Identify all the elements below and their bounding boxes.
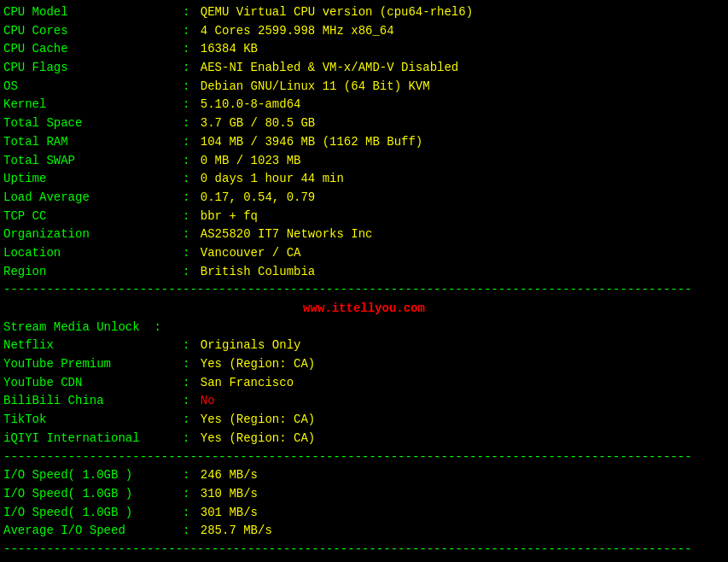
stream-row-2: YouTube CDN : San Francisco — [3, 374, 725, 393]
top-row-3: CPU Flags : AES-NI Enabled & VM-x/AMD-V … — [3, 59, 725, 78]
io-colon-3: : — [183, 522, 197, 541]
top-row-1: CPU Cores : 4 Cores 2599.998 MHz x86_64 — [3, 22, 725, 41]
top-value-14: British Columbia — [201, 263, 315, 282]
top-row-8: Total SWAP : 0 MB / 1023 MB — [3, 152, 725, 171]
top-label-13: Location — [3, 244, 183, 263]
top-row-0: CPU Model : QEMU Virtual CPU version (cp… — [3, 3, 725, 22]
io-label-0: I/O Speed( 1.0GB ) — [3, 466, 183, 485]
stream-label-4: TikTok — [3, 411, 183, 430]
geekbench-header-label: Geekbench v5 Test : — [3, 559, 183, 562]
stream-value-5: Yes (Region: CA) — [201, 430, 315, 448]
top-label-0: CPU Model — [3, 3, 183, 22]
stream-value-0: Originals Only — [201, 337, 301, 355]
top-value-0: QEMU Virtual CPU version (cpu64-rhel6) — [201, 3, 473, 22]
stream-colon-0: : — [183, 337, 197, 355]
top-row-2: CPU Cache : 16384 KB — [3, 40, 725, 59]
io-row-2: I/O Speed( 1.0GB ) : 301 MB/s — [3, 504, 725, 523]
io-colon-1: : — [183, 485, 197, 504]
top-colon-9: : — [183, 170, 197, 189]
top-row-7: Total RAM : 104 MB / 3946 MB (1162 MB Bu… — [3, 133, 725, 152]
top-value-5: 5.10.0-8-amd64 — [201, 96, 301, 114]
top-row-6: Total Space : 3.7 GB / 80.5 GB — [3, 114, 725, 133]
top-row-13: Location : Vancouver / CA — [3, 244, 725, 263]
io-value-0: 246 MB/s — [201, 466, 258, 485]
geekbench-header: Geekbench v5 Test : — [3, 559, 725, 562]
io-row-1: I/O Speed( 1.0GB ) : 310 MB/s — [3, 485, 725, 504]
watermark: www.ittellyou.com — [3, 300, 725, 319]
top-label-6: Total Space — [3, 114, 183, 133]
top-colon-7: : — [183, 133, 197, 152]
top-colon-4: : — [183, 78, 197, 97]
top-colon-11: : — [183, 208, 197, 226]
stream-row-5: iQIYI International : Yes (Region: CA) — [3, 430, 725, 448]
top-label-12: Organization — [3, 225, 183, 244]
top-row-14: Region : British Columbia — [3, 263, 725, 282]
stream-row-3: BiliBili China : No — [3, 392, 725, 411]
top-value-6: 3.7 GB / 80.5 GB — [201, 114, 315, 133]
top-value-8: 0 MB / 1023 MB — [201, 152, 301, 171]
top-value-11: bbr + fq — [201, 208, 258, 226]
io-row-3: Average I/O Speed : 285.7 MB/s — [3, 522, 725, 541]
top-colon-1: : — [183, 22, 197, 41]
stream-colon-4: : — [183, 411, 197, 430]
stream-row-4: TikTok : Yes (Region: CA) — [3, 411, 725, 430]
divider-3: ----------------------------------------… — [3, 541, 725, 559]
io-value-2: 301 MB/s — [201, 504, 258, 523]
io-value-1: 310 MB/s — [201, 485, 258, 504]
top-label-1: CPU Cores — [3, 22, 183, 41]
top-colon-6: : — [183, 114, 197, 133]
top-label-3: CPU Flags — [3, 59, 183, 78]
top-value-1: 4 Cores 2599.998 MHz x86_64 — [201, 22, 394, 41]
top-colon-13: : — [183, 244, 197, 263]
io-row-0: I/O Speed( 1.0GB ) : 246 MB/s — [3, 466, 725, 485]
top-colon-8: : — [183, 152, 197, 171]
top-colon-12: : — [183, 225, 197, 244]
io-label-3: Average I/O Speed — [3, 522, 183, 541]
top-label-8: Total SWAP — [3, 152, 183, 171]
top-label-7: Total RAM — [3, 133, 183, 152]
io-value-3: 285.7 MB/s — [201, 522, 272, 541]
top-colon-2: : — [183, 40, 197, 59]
stream-row-1: YouTube Premium : Yes (Region: CA) — [3, 355, 725, 374]
top-value-7: 104 MB / 3946 MB (1162 MB Buff) — [201, 133, 422, 152]
top-value-13: Vancouver / CA — [201, 244, 301, 263]
top-colon-14: : — [183, 263, 197, 282]
top-colon-5: : — [183, 96, 197, 114]
top-label-10: Load Average — [3, 189, 183, 208]
top-label-5: Kernel — [3, 96, 183, 114]
top-value-4: Debian GNU/Linux 11 (64 Bit) KVM — [201, 78, 430, 97]
stream-colon-3: : — [183, 392, 197, 411]
top-label-11: TCP CC — [3, 208, 183, 226]
stream-label-5: iQIYI International — [3, 430, 183, 448]
stream-row-0: Netflix : Originals Only — [3, 337, 725, 355]
stream-value-3: No — [201, 392, 215, 411]
stream-label-0: Netflix — [3, 337, 183, 355]
top-colon-0: : — [183, 3, 197, 22]
io-colon-0: : — [183, 466, 197, 485]
stream-header-label: Stream Media Unlock : — [3, 319, 183, 337]
top-value-9: 0 days 1 hour 44 min — [201, 170, 344, 189]
stream-value-2: San Francisco — [201, 374, 294, 393]
stream-label-1: YouTube Premium — [3, 355, 183, 374]
top-value-3: AES-NI Enabled & VM-x/AMD-V Disabled — [201, 59, 458, 78]
stream-value-4: Yes (Region: CA) — [201, 411, 315, 430]
top-label-14: Region — [3, 263, 183, 282]
stream-colon-1: : — [183, 355, 197, 374]
top-value-10: 0.17, 0.54, 0.79 — [201, 189, 315, 208]
stream-value-1: Yes (Region: CA) — [201, 355, 315, 374]
io-label-2: I/O Speed( 1.0GB ) — [3, 504, 183, 523]
divider-2: ----------------------------------------… — [3, 448, 725, 467]
top-label-4: OS — [3, 78, 183, 97]
stream-colon-5: : — [183, 430, 197, 448]
divider-1: ----------------------------------------… — [3, 281, 725, 300]
top-colon-10: : — [183, 189, 197, 208]
top-row-5: Kernel : 5.10.0-8-amd64 — [3, 96, 725, 114]
stream-label-2: YouTube CDN — [3, 374, 183, 393]
top-row-9: Uptime : 0 days 1 hour 44 min — [3, 170, 725, 189]
top-label-2: CPU Cache — [3, 40, 183, 59]
top-row-11: TCP CC : bbr + fq — [3, 208, 725, 226]
top-value-2: 16384 KB — [201, 40, 258, 59]
top-row-4: OS : Debian GNU/Linux 11 (64 Bit) KVM — [3, 78, 725, 97]
top-row-12: Organization : AS25820 IT7 Networks Inc — [3, 225, 725, 244]
stream-colon-2: : — [183, 374, 197, 393]
